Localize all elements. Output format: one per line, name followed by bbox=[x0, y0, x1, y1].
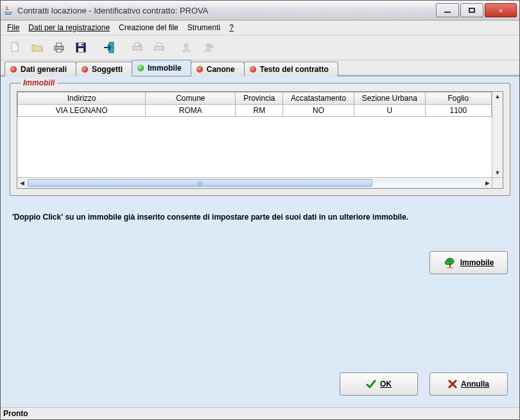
col-accatastamento[interactable]: Accatastamento bbox=[283, 92, 354, 105]
menu-strumenti[interactable]: Strumenti bbox=[187, 23, 220, 32]
immobile-button[interactable]: Immobile bbox=[429, 251, 508, 274]
tab-label: Immobile bbox=[148, 64, 182, 73]
scroll-down-icon[interactable]: ▼ bbox=[493, 168, 502, 177]
save-icon[interactable] bbox=[71, 38, 91, 57]
tab-label: Canone bbox=[207, 65, 235, 74]
ok-button[interactable]: OK bbox=[340, 372, 418, 396]
new-file-icon[interactable] bbox=[6, 38, 25, 57]
tab-immobile[interactable]: Immobile bbox=[132, 60, 191, 76]
horizontal-scrollbar[interactable]: ◀ ▶ bbox=[17, 177, 503, 188]
check-icon bbox=[366, 379, 376, 389]
scroll-up-icon[interactable]: ▲ bbox=[493, 92, 502, 101]
svg-rect-19 bbox=[449, 264, 451, 267]
table-viewport: Indirizzo Comune Provincia Accatastament… bbox=[17, 92, 492, 177]
group-immobili: Immobili Indirizzo Comune P bbox=[10, 83, 510, 196]
svg-rect-9 bbox=[133, 46, 142, 50]
window-title: Contratti locazione - Identificativo con… bbox=[17, 6, 435, 15]
status-dot-icon bbox=[10, 66, 17, 73]
button-label: Immobile bbox=[460, 258, 494, 267]
cell-sezione: U bbox=[354, 105, 425, 117]
svg-rect-2 bbox=[56, 43, 62, 46]
table-header-row: Indirizzo Comune Provincia Accatastament… bbox=[18, 92, 492, 105]
hint-text: 'Doppio Click' su un immobile già inseri… bbox=[12, 213, 508, 222]
status-dot-icon bbox=[137, 65, 144, 71]
users-icon-1[interactable] bbox=[178, 38, 197, 57]
tree-icon bbox=[444, 257, 456, 268]
col-foglio[interactable]: Foglio bbox=[425, 92, 491, 105]
tab-canone[interactable]: Canone bbox=[191, 62, 245, 76]
svg-rect-13 bbox=[157, 43, 162, 46]
tab-label: Soggetti bbox=[92, 65, 123, 74]
tab-testo-contratto[interactable]: Testo del contratto bbox=[244, 62, 338, 76]
scroll-left-icon[interactable]: ◀ bbox=[17, 179, 26, 188]
scroll-thumb[interactable] bbox=[28, 179, 372, 187]
immobili-table: Indirizzo Comune Provincia Accatastament… bbox=[17, 91, 503, 189]
svg-point-15 bbox=[206, 44, 210, 48]
svg-point-20 bbox=[447, 267, 453, 268]
col-comune[interactable]: Comune bbox=[146, 92, 236, 105]
status-dot-icon bbox=[82, 66, 88, 73]
svg-point-16 bbox=[210, 45, 213, 48]
menu-file[interactable]: File bbox=[7, 23, 19, 32]
group-title: Immobili bbox=[21, 78, 57, 87]
tab-panel-immobile: Immobili Indirizzo Comune P bbox=[1, 76, 519, 407]
maximize-button[interactable] bbox=[460, 3, 483, 17]
print-alt-icon[interactable] bbox=[150, 38, 169, 57]
button-label: OK bbox=[380, 380, 392, 389]
button-label: Annulla bbox=[461, 380, 489, 389]
cross-icon bbox=[448, 380, 457, 389]
status-text: Pronto bbox=[3, 409, 28, 418]
svg-rect-3 bbox=[56, 49, 62, 52]
cell-foglio: 1100 bbox=[425, 105, 491, 117]
window-buttons bbox=[435, 3, 517, 17]
col-indirizzo[interactable]: Indirizzo bbox=[18, 92, 146, 105]
exit-icon[interactable] bbox=[100, 38, 119, 57]
print-preview-icon[interactable] bbox=[128, 38, 147, 57]
cancel-button[interactable]: Annulla bbox=[429, 372, 508, 396]
svg-rect-7 bbox=[82, 44, 83, 46]
tab-soggetti[interactable]: Soggetti bbox=[76, 62, 132, 76]
titlebar: Contratti locazione - Identificativo con… bbox=[1, 1, 519, 21]
tab-label: Testo del contratto bbox=[260, 65, 329, 74]
app-window: Contratti locazione - Identificativo con… bbox=[0, 0, 520, 420]
status-bar: Pronto bbox=[1, 407, 519, 419]
dialog-buttons: OK Annulla bbox=[10, 372, 510, 398]
users-icon-2[interactable] bbox=[200, 38, 219, 57]
cell-indirizzo: VIA LEGNANO bbox=[18, 105, 146, 117]
minimize-button[interactable] bbox=[436, 3, 459, 17]
cell-comune: ROMA bbox=[146, 105, 236, 117]
vertical-scrollbar[interactable]: ▲ ▼ bbox=[492, 92, 503, 177]
print-icon[interactable] bbox=[49, 38, 69, 57]
menu-creazione[interactable]: Creazione del file bbox=[119, 23, 178, 32]
tab-row: Dati generali Soggetti Immobile Canone T… bbox=[1, 60, 519, 76]
status-dot-icon bbox=[196, 66, 203, 73]
col-sezione-urbana[interactable]: Sezione Urbana bbox=[354, 92, 425, 105]
menu-help[interactable]: ? bbox=[229, 23, 234, 32]
tab-label: Dati generali bbox=[21, 65, 67, 74]
scroll-track[interactable] bbox=[28, 179, 481, 187]
svg-rect-6 bbox=[78, 48, 83, 52]
close-button[interactable] bbox=[485, 3, 517, 17]
menubar: File Dati per la registrazione Creazione… bbox=[1, 21, 519, 35]
status-dot-icon bbox=[250, 66, 256, 73]
cell-accatastamento: NO bbox=[283, 105, 354, 117]
svg-rect-12 bbox=[155, 46, 164, 50]
open-folder-icon[interactable] bbox=[28, 38, 47, 57]
col-provincia[interactable]: Provincia bbox=[236, 92, 283, 105]
svg-point-14 bbox=[184, 44, 188, 48]
scroll-right-icon[interactable]: ▶ bbox=[483, 179, 492, 188]
menu-dati[interactable]: Dati per la registrazione bbox=[28, 23, 110, 32]
cell-provincia: RM bbox=[236, 105, 283, 117]
toolbar bbox=[1, 35, 519, 60]
tab-dati-generali[interactable]: Dati generali bbox=[4, 62, 76, 76]
table-row[interactable]: VIA LEGNANO ROMA RM NO U 1100 bbox=[18, 105, 492, 117]
svg-point-18 bbox=[445, 261, 450, 265]
java-app-icon bbox=[3, 5, 13, 15]
